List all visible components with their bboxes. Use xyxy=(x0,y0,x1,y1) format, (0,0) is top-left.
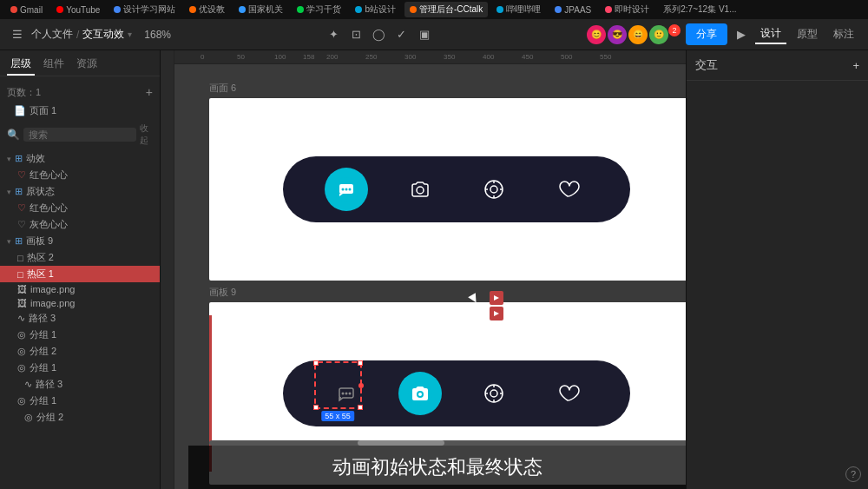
frame6-canvas xyxy=(209,98,686,281)
nav-chat-icon xyxy=(325,168,368,211)
tab-cctalk[interactable]: 管理后台-CCtalk xyxy=(404,2,488,17)
ruler-mark-400: 400 xyxy=(483,53,494,61)
tab-jpaas[interactable]: JPAAS xyxy=(549,3,596,17)
tab-bilibili[interactable]: 哔哩哔哩 xyxy=(491,2,546,17)
layer-yuanzhuangtai[interactable]: ▾ ⊞ 原状态 xyxy=(0,183,160,200)
layer-group2[interactable]: ◎ 分组 2 xyxy=(0,343,160,360)
subtitle-bar: 动画初始状态和最终状态 xyxy=(188,446,686,489)
tab-jishi[interactable]: 即时设计 xyxy=(600,2,654,17)
tab-youtube[interactable]: YouTube xyxy=(51,3,105,17)
tab-mark[interactable]: 标注 xyxy=(828,25,859,43)
layer-group2b[interactable]: ◎ 分组 2 xyxy=(0,409,160,426)
interaction-title: 交互 xyxy=(695,57,718,73)
ruler-mark-0: 0 xyxy=(201,53,204,61)
size-badge: 55 x 55 xyxy=(321,411,354,421)
tab-design-site[interactable]: 设计学习网站 xyxy=(108,2,181,17)
layer-frame9[interactable]: ▾ ⊞ 画板 9 xyxy=(0,233,160,249)
ruler-horizontal: 0 50 100 158 200 250 300 350 400 450 500… xyxy=(174,50,686,64)
tab-gmail[interactable]: Gmail xyxy=(5,3,48,17)
ruler-mark-500: 500 xyxy=(561,53,572,61)
layer-image2[interactable]: 🖼 image.png xyxy=(0,296,160,310)
path-icon: ∿ xyxy=(17,313,25,324)
ruler-mark-50: 50 xyxy=(237,53,245,61)
frame-tool-icon[interactable]: ⊡ xyxy=(348,26,365,43)
layer-dongxiao[interactable]: ▾ ⊞ 动效 xyxy=(0,150,160,167)
nav-settings-icon xyxy=(472,168,516,211)
tab-design[interactable]: 设计 xyxy=(755,24,786,44)
pen-tool-icon[interactable]: ✓ xyxy=(393,26,411,43)
layer-path3[interactable]: ∿ 路径 3 xyxy=(0,310,160,327)
avatar-3: 😄 xyxy=(628,25,648,44)
menu-icon[interactable]: ☰ xyxy=(9,26,26,43)
frame6-container: 画面 6 xyxy=(209,82,686,281)
pages-section: 页数：1 + xyxy=(0,82,160,102)
nav-camera-icon xyxy=(398,168,442,211)
selection-dot xyxy=(358,383,364,388)
svg-point-2 xyxy=(345,188,347,191)
shape-tool-icon[interactable]: ◯ xyxy=(371,26,388,43)
red-indicator-1[interactable] xyxy=(490,291,503,305)
nav-settings-icon-2 xyxy=(472,372,516,415)
layer-hotzone2[interactable]: □ 热区 2 xyxy=(0,249,160,266)
nav-heart-icon xyxy=(546,168,589,211)
red-indicator-2[interactable] xyxy=(490,307,503,320)
tab-bzhan[interactable]: b站设计 xyxy=(350,2,401,17)
ruler-mark-450: 450 xyxy=(522,53,533,61)
svg-marker-24 xyxy=(494,311,499,316)
share-button[interactable]: 分享 xyxy=(686,23,727,45)
svg-marker-23 xyxy=(494,295,499,301)
svg-point-11 xyxy=(341,393,344,395)
frame6-label: 画面 6 xyxy=(209,82,686,95)
avatar-1: 😊 xyxy=(587,25,606,44)
tab-prototype[interactable]: 原型 xyxy=(792,25,823,43)
tab-series[interactable]: 系列2:7~12集 V1... xyxy=(658,2,741,17)
svg-point-18 xyxy=(490,390,497,397)
svg-point-6 xyxy=(490,186,497,193)
add-page-button[interactable]: + xyxy=(146,85,153,99)
help-icon[interactable]: ? xyxy=(845,466,861,482)
rect-icon-active: □ xyxy=(17,269,23,280)
image-icon: 🖼 xyxy=(17,284,27,294)
add-interaction-button[interactable]: + xyxy=(852,59,859,72)
nav-heart-icon-2 xyxy=(546,372,589,415)
interaction-empty xyxy=(687,81,868,459)
layer-group1a[interactable]: ◎ 分组 1 xyxy=(0,327,160,343)
zoom-level[interactable]: 168% xyxy=(144,29,171,41)
page-item-1[interactable]: 📄 页面 1 xyxy=(0,102,160,119)
rect-icon: □ xyxy=(17,253,23,263)
layer-red-heart-1[interactable]: ♡ 红色心心 xyxy=(0,167,160,183)
browser-tab-bar: Gmail YouTube 设计学习网站 优设教 国家机关 学习干货 b站设计 … xyxy=(0,0,868,19)
layer-group1c[interactable]: ◎ 分组 1 xyxy=(0,393,160,409)
tab-components[interactable]: 组件 xyxy=(40,54,68,76)
move-tool-icon[interactable]: ✦ xyxy=(326,26,343,43)
tab-guojia[interactable]: 国家机关 xyxy=(233,2,288,17)
canvas-area[interactable]: 0 50 100 158 200 250 300 350 400 450 500… xyxy=(161,50,686,489)
collaborators: 😊 😎 😄 🙂 xyxy=(587,25,668,44)
layer-hotzone1[interactable]: □ 热区 1 xyxy=(0,266,160,282)
panel-tabs: 层级 组件 资源 xyxy=(0,50,160,76)
image-tool-icon[interactable]: ▣ xyxy=(416,26,433,43)
ruler-mark-200: 200 xyxy=(326,53,338,61)
tab-assets[interactable]: 资源 xyxy=(73,54,101,76)
layer-red-heart-2[interactable]: ♡ 红色心心 xyxy=(0,200,160,216)
layer-image1[interactable]: 🖼 image.png xyxy=(0,282,160,296)
layer-gray-heart[interactable]: ♡ 灰色心心 xyxy=(0,216,160,233)
tab-youshe[interactable]: 优设教 xyxy=(184,2,230,17)
navbar-frame6 xyxy=(283,156,630,222)
collapse-button[interactable]: 收起 xyxy=(140,122,153,147)
canvas-content: 画面 6 xyxy=(174,64,686,489)
ruler-mark-350: 350 xyxy=(444,53,455,61)
ruler-mark-250: 250 xyxy=(365,53,377,61)
layer-path3b[interactable]: ∿ 路径 3 xyxy=(0,376,160,393)
layer-group1b[interactable]: ◎ 分组 1 xyxy=(0,360,160,376)
nav-chat-icon-2: 55 x 55 xyxy=(325,372,368,415)
tab-xuexiganhuo[interactable]: 学习干货 xyxy=(292,2,346,17)
right-panel-header: 交互 + xyxy=(687,50,868,81)
search-input[interactable] xyxy=(23,128,136,142)
left-panel: 层级 组件 资源 页数：1 + 📄 页面 1 🔍 收起 ▾ xyxy=(0,50,161,489)
navbar-frame9: 55 x 55 xyxy=(283,360,630,426)
svg-point-1 xyxy=(341,188,344,191)
tab-layers[interactable]: 层级 xyxy=(7,54,35,76)
ruler-vertical xyxy=(161,50,174,489)
play-icon[interactable]: ▶ xyxy=(733,26,750,43)
